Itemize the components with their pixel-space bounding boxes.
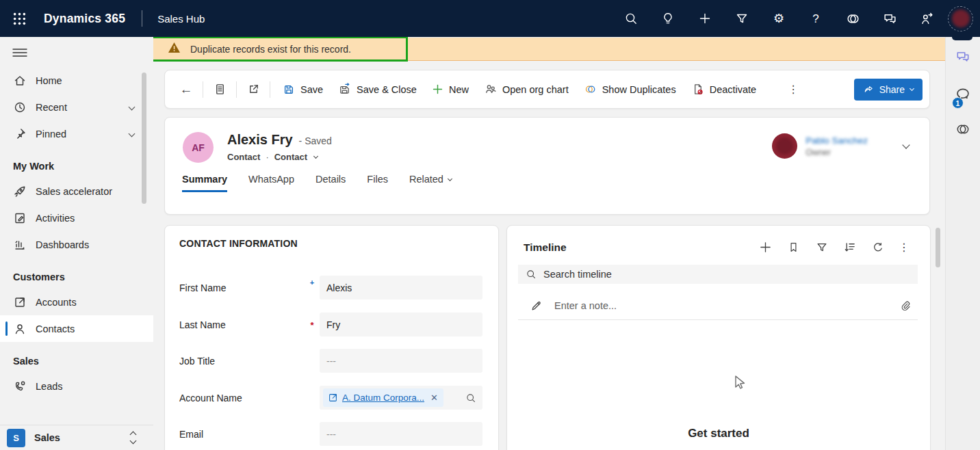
search-icon[interactable] <box>612 0 649 37</box>
share-button[interactable]: Share <box>854 79 923 101</box>
teams-chat-icon[interactable] <box>946 49 980 64</box>
top-nav-actions: ⚙ ? <box>612 0 980 37</box>
copilot-rail-icon[interactable] <box>946 122 980 137</box>
right-side-rail: 1 <box>945 37 980 450</box>
tab-files[interactable]: Files <box>367 174 388 192</box>
first-name-field[interactable]: Alexis <box>320 276 482 300</box>
timeline-search-input[interactable]: Search timeline <box>518 265 918 284</box>
remove-lookup-x-icon[interactable]: ✕ <box>430 393 438 403</box>
timeline-bookmark-icon[interactable] <box>786 240 801 254</box>
email-field[interactable]: --- <box>320 422 482 446</box>
sidebar-item-label: Contacts <box>36 323 75 334</box>
area-switcher-updown-icon[interactable] <box>131 432 136 443</box>
account-lookup-pill[interactable]: A. Datum Corpora... ✕ <box>323 388 443 407</box>
avatar-blurred-content <box>952 10 970 27</box>
sidebar-item-dashboards[interactable]: Dashboards <box>0 231 153 258</box>
job-title-field[interactable]: --- <box>320 349 482 373</box>
help-icon[interactable]: ? <box>797 0 834 37</box>
sidebar-item-sales-accelerator[interactable]: Sales accelerator <box>0 178 153 204</box>
save-button[interactable]: Save <box>275 78 331 101</box>
owner-block[interactable]: Pablo Sanchez Owner <box>772 132 909 159</box>
form-summary-icon[interactable] <box>208 79 231 101</box>
search-placeholder: Search timeline <box>543 269 612 280</box>
form-row-email: Email --- <box>165 422 498 447</box>
sidebar-scrollbar-thumb[interactable] <box>142 72 146 204</box>
record-avatar[interactable]: AF <box>183 132 214 163</box>
area-switcher[interactable]: S Sales <box>0 425 153 450</box>
field-label: Last Name <box>165 319 226 330</box>
popout-icon[interactable] <box>242 79 265 101</box>
sidebar-item-label: Pinned <box>36 129 66 140</box>
sidebar-item-label: Dashboards <box>36 239 89 250</box>
timeline-refresh-icon[interactable] <box>871 240 885 254</box>
field-label: Account Name <box>165 393 242 403</box>
record-header-top: AF Alexis Fry - Saved Contact · Contact <box>165 118 929 163</box>
header-collapse-chevron-icon[interactable] <box>903 138 909 150</box>
sidebar-item-label: Leads <box>36 381 63 392</box>
sidebar-item-contacts[interactable]: Contacts <box>0 315 153 342</box>
user-avatar[interactable] <box>948 6 973 31</box>
show-duplicates-button[interactable]: Show Duplicates <box>576 78 684 101</box>
command-divider <box>270 81 270 98</box>
form-row-first-name: First Name + Alexis <box>165 276 498 300</box>
area-tile[interactable]: S <box>7 429 25 447</box>
app-name[interactable]: Sales Hub <box>157 13 205 25</box>
sidebar-item-activities[interactable]: Activities <box>0 204 153 231</box>
dashboards-icon <box>13 238 27 252</box>
owner-name-link[interactable]: Pablo Sanchez <box>805 135 868 146</box>
timeline-sort-icon[interactable] <box>842 240 857 254</box>
save-and-close-button[interactable]: Save & Close <box>331 78 424 101</box>
tab-related[interactable]: Related <box>409 174 452 192</box>
quick-create-plus-icon[interactable] <box>686 0 723 37</box>
lookup-search-icon[interactable] <box>465 393 476 403</box>
last-name-field[interactable]: Fry <box>320 313 482 336</box>
sidebar-item-accounts[interactable]: Accounts <box>0 289 153 315</box>
site-map-sidebar: Home Recent Pinned My Work Sales acceler… <box>0 37 153 450</box>
account-name-field[interactable]: A. Datum Corpora... ✕ <box>320 386 482 410</box>
chevron-down-icon <box>910 86 914 91</box>
main-scrollbar-thumb[interactable] <box>936 228 940 267</box>
hamburger-menu-icon[interactable] <box>12 48 29 57</box>
timeline-note-input[interactable]: Enter a note... <box>518 291 918 320</box>
form-row-job-title: Job Title --- <box>165 349 498 373</box>
sidebar-item-leads[interactable]: Leads <box>0 373 153 399</box>
sidebar-item-home[interactable]: Home <box>0 67 153 94</box>
back-button[interactable]: ← <box>175 79 198 101</box>
timeline-add-icon[interactable] <box>758 240 773 254</box>
app-window: Dynamics 365 Sales Hub ⚙ ? <box>0 0 980 450</box>
leads-phone-icon <box>13 380 27 393</box>
tab-summary[interactable]: Summary <box>182 174 227 192</box>
timeline-title: Timeline <box>524 241 567 254</box>
tab-details[interactable]: Details <box>315 174 346 192</box>
timeline-filter-icon[interactable] <box>814 240 829 254</box>
timeline-more-ellipsis[interactable]: ⋮ <box>899 241 910 254</box>
chevron-down-icon[interactable] <box>129 131 136 137</box>
brand-title[interactable]: Dynamics 365 <box>44 12 125 26</box>
accounts-icon <box>13 295 27 309</box>
share-person-icon[interactable] <box>908 0 945 37</box>
paperclip-icon[interactable] <box>900 300 911 311</box>
chevron-down-icon[interactable] <box>313 154 318 159</box>
copilot-icon[interactable] <box>834 0 871 37</box>
feedback-chat-icon[interactable] <box>871 0 908 37</box>
form-selector[interactable]: Contact <box>274 152 307 162</box>
settings-gear-icon[interactable]: ⚙ <box>760 0 797 37</box>
command-bar: ← Save Save & Close New <box>164 70 930 109</box>
sidebar-item-label: Recent <box>36 102 67 113</box>
required-marker: * <box>307 320 317 330</box>
lightbulb-icon[interactable] <box>649 0 686 37</box>
tab-whatsapp[interactable]: WhatsApp <box>248 174 294 192</box>
command-divider <box>203 81 203 98</box>
chevron-down-icon[interactable] <box>129 104 136 111</box>
timeline-empty-heading: Get started <box>507 427 930 440</box>
filter-icon[interactable] <box>723 0 760 37</box>
app-launcher-waffle-icon[interactable] <box>0 0 38 37</box>
deactivate-button[interactable]: Deactivate <box>684 78 764 101</box>
sidebar-item-pinned[interactable]: Pinned <box>0 120 153 147</box>
record-title: Alexis Fry <box>227 132 293 148</box>
new-button[interactable]: New <box>424 78 476 101</box>
sidebar-item-recent[interactable]: Recent <box>0 94 153 120</box>
command-overflow-ellipsis[interactable]: ⋮ <box>782 79 805 101</box>
account-lookup-link[interactable]: A. Datum Corpora... <box>342 393 424 403</box>
open-org-chart-button[interactable]: Open org chart <box>476 78 576 101</box>
